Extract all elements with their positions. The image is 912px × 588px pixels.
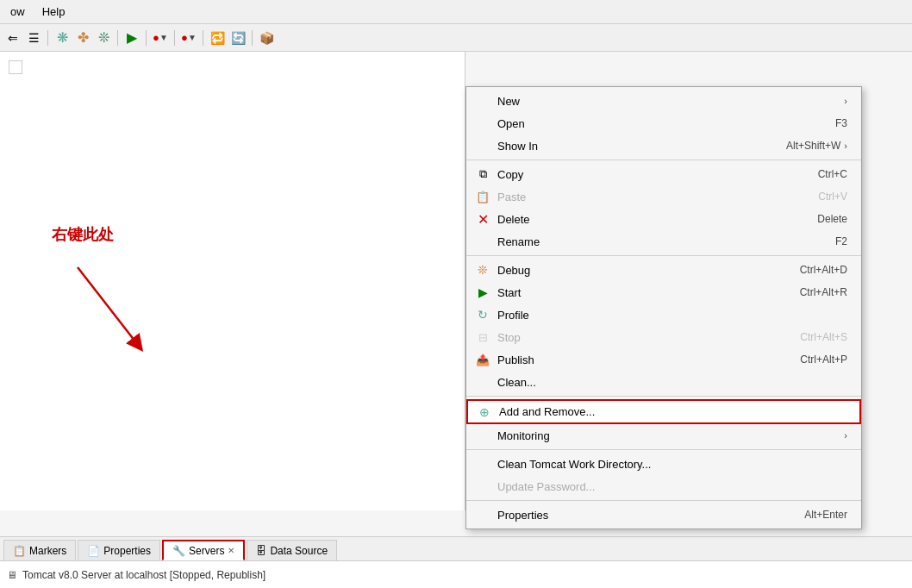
datasource-tab-label: Data Source [270, 545, 328, 557]
toolbar-btn-list[interactable]: ☰ [24, 28, 43, 47]
ctx-sep-2 [466, 255, 861, 256]
panel-icon [9, 60, 22, 74]
publish-icon: 📤 [475, 352, 490, 367]
ctx-item-copy[interactable]: ⧉ Copy Ctrl+C [466, 163, 861, 185]
ctx-label-paste: Paste [497, 191, 801, 203]
ctx-item-monitoring[interactable]: Monitoring › [466, 424, 861, 447]
ctx-item-paste: 📋 Paste Ctrl+V [466, 185, 861, 208]
toolbar-separator-6 [252, 30, 253, 46]
tab-bar: 📋 Markers 📄 Properties 🔧 Servers ✕ 🗄 Dat… [0, 537, 912, 561]
ctx-arrow-new: › [844, 96, 847, 106]
ctx-sep-3 [466, 396, 861, 397]
add-remove-icon: ⊕ [477, 404, 492, 420]
ctx-item-profile[interactable]: ↻ Profile [466, 303, 861, 326]
ctx-shortcut-properties: Alt+Enter [804, 509, 847, 521]
tab-markers[interactable]: 📋 Markers [3, 540, 76, 560]
server-entry-icon: 🖥 [7, 569, 17, 581]
ctx-label-open: Open [497, 117, 818, 130]
annotation-arrow [69, 259, 172, 362]
ctx-label-stop: Stop [497, 331, 783, 344]
ctx-shortcut-paste: Ctrl+V [818, 191, 847, 203]
ctx-item-debug[interactable]: ❊ Debug Ctrl+Alt+D [466, 259, 861, 281]
toolbar-separator-5 [203, 30, 203, 46]
tab-properties[interactable]: 📄 Properties [78, 540, 160, 560]
tab-servers[interactable]: 🔧 Servers ✕ [162, 540, 245, 560]
toolbar-btn-branch3[interactable]: ❊ [94, 28, 113, 47]
ctx-label-add-remove: Add and Remove... [499, 405, 846, 418]
delete-icon: ✕ [475, 211, 490, 227]
markers-tab-icon: 📋 [13, 545, 26, 557]
ctx-item-clean-tomcat[interactable]: Clean Tomcat Work Directory... [466, 453, 861, 475]
context-menu: New › Open F3 Show In Alt+Shift+W › ⧉ Co… [465, 86, 862, 529]
properties-tab-label: Properties [103, 545, 151, 557]
bottom-content: 🖥 Tomcat v8.0 Server at localhost [Stopp… [0, 561, 912, 588]
ctx-sep-4 [466, 449, 861, 450]
ctx-label-rename: Rename [497, 235, 818, 248]
toolbar-separator-2 [117, 30, 118, 46]
ctx-label-copy: Copy [497, 168, 801, 181]
paste-icon: 📋 [475, 189, 490, 204]
ctx-item-add-remove[interactable]: ⊕ Add and Remove... [466, 399, 861, 424]
ctx-shortcut-rename: F2 [835, 235, 847, 247]
toolbar-btn-refresh2[interactable]: 🔄 [228, 28, 247, 47]
ctx-shortcut-start: Ctrl+Alt+R [800, 286, 847, 298]
servers-tab-close[interactable]: ✕ [228, 546, 234, 555]
toolbar-btn-debug[interactable]: ● ▼ [151, 28, 170, 47]
servers-tab-icon: 🔧 [172, 545, 185, 557]
ctx-arrow-monitoring: › [844, 430, 847, 441]
ctx-shortcut-debug: Ctrl+Alt+D [800, 264, 847, 276]
ctx-item-showin[interactable]: Show In Alt+Shift+W › [466, 134, 861, 157]
copy-icon: ⧉ [475, 166, 490, 182]
ctx-label-update-pwd: Update Password... [497, 480, 847, 493]
toolbar-separator-3 [146, 30, 147, 46]
toolbar-btn-run[interactable]: ▶ [122, 28, 141, 47]
ctx-shortcut-delete: Delete [817, 213, 847, 225]
toolbar: ⇐ ☰ ❋ ✤ ❊ ▶ ● ▼ ● ▼ 🔁 🔄 📦 [0, 24, 912, 52]
toolbar-btn-refresh[interactable]: 🔁 [208, 28, 227, 47]
ctx-item-open[interactable]: Open F3 [466, 112, 861, 134]
toolbar-separator-1 [47, 30, 48, 46]
ctx-label-debug: Debug [497, 264, 783, 277]
toolbar-btn-pkg[interactable]: 📦 [257, 28, 276, 47]
stop-icon: ⊟ [475, 329, 490, 345]
toolbar-btn-debug2[interactable]: ● ▼ [179, 28, 198, 47]
ctx-item-properties[interactable]: Properties Alt+Enter [466, 504, 861, 526]
ctx-label-clean-tomcat: Clean Tomcat Work Directory... [497, 458, 847, 471]
ctx-label-properties: Properties [497, 509, 787, 522]
menu-bar: ow Help [0, 0, 912, 24]
toolbar-btn-branch1[interactable]: ❋ [53, 28, 72, 47]
ctx-sep-1 [466, 160, 861, 160]
ctx-item-new[interactable]: New › [466, 90, 861, 112]
left-panel: 右键此处 [0, 52, 465, 510]
start-icon: ▶ [475, 285, 490, 300]
ctx-shortcut-copy: Ctrl+C [818, 168, 847, 180]
ctx-shortcut-showin: Alt+Shift+W [786, 140, 840, 152]
ctx-label-publish: Publish [497, 353, 783, 366]
ctx-item-start[interactable]: ▶ Start Ctrl+Alt+R [466, 281, 861, 303]
ctx-item-clean[interactable]: Clean... [466, 371, 861, 393]
ctx-item-rename[interactable]: Rename F2 [466, 230, 861, 253]
ctx-label-monitoring: Monitoring [497, 429, 844, 442]
ctx-item-delete[interactable]: ✕ Delete Delete [466, 208, 861, 230]
ctx-label-new: New [497, 95, 844, 108]
menu-item-help[interactable]: Help [35, 3, 72, 21]
ctx-arrow-showin: › [844, 141, 847, 151]
server-entry-label: Tomcat v8.0 Server at localhost [Stopped… [22, 569, 265, 581]
ctx-sep-5 [466, 500, 861, 501]
tab-datasource[interactable]: 🗄 Data Source [247, 540, 337, 560]
ctx-shortcut-publish: Ctrl+Alt+P [800, 353, 847, 366]
properties-tab-icon: 📄 [87, 545, 100, 557]
menu-item-ow[interactable]: ow [3, 3, 32, 21]
debug-icon: ❊ [475, 262, 490, 278]
ctx-item-update-pwd: Update Password... [466, 475, 861, 497]
toolbar-btn-branch2[interactable]: ✤ [73, 28, 92, 47]
ctx-label-start: Start [497, 286, 783, 299]
annotation-text: 右键此处 [52, 224, 114, 245]
toolbar-btn-back[interactable]: ⇐ [3, 28, 22, 47]
markers-tab-label: Markers [29, 545, 66, 557]
ctx-item-publish[interactable]: 📤 Publish Ctrl+Alt+P [466, 348, 861, 371]
profile-icon: ↻ [475, 307, 490, 322]
ctx-label-profile: Profile [497, 309, 847, 322]
ctx-shortcut-open: F3 [835, 117, 847, 129]
ctx-label-delete: Delete [497, 213, 800, 226]
